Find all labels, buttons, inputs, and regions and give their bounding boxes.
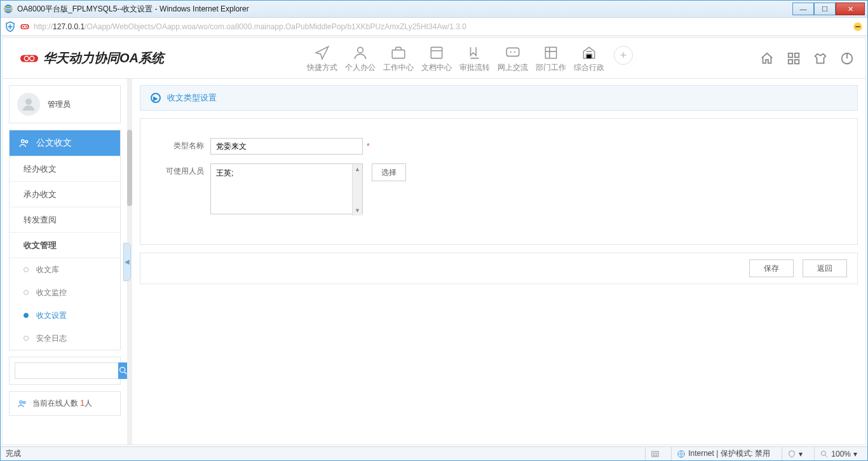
svg-point-10 — [358, 47, 363, 53]
sub-item-settings[interactable]: 收文设置 — [10, 304, 120, 327]
user-name: 管理员 — [48, 99, 71, 110]
svg-point-31 — [822, 451, 826, 455]
status-zoom[interactable]: 100% ▾ — [814, 447, 862, 460]
nav-add-button[interactable]: + — [614, 46, 633, 65]
label-people: 可使用人员 — [147, 163, 210, 177]
status-zone[interactable]: Internet | 保护模式: 禁用 — [671, 447, 775, 460]
nav-docs[interactable]: 文档中心 — [418, 43, 455, 73]
apps-grid-icon[interactable] — [787, 52, 801, 65]
input-type-name[interactable] — [210, 138, 363, 155]
status-popup-icon[interactable] — [645, 447, 665, 460]
select-people-button[interactable]: 选择 — [372, 163, 406, 181]
address-url[interactable]: http://127.0.0.1/OAapp/WebObjects/OAapp.… — [34, 22, 848, 31]
side-item-zhuanfa[interactable]: 转发查阅 — [10, 207, 120, 233]
nav-approval[interactable]: 审批流转 — [456, 43, 493, 73]
app-header: 华天动力协同OA系统 快捷方式 个人办公 工作中心 文档中心 审批流转 网上交流… — [3, 38, 865, 79]
sidebar-search — [9, 357, 121, 385]
window-title: OA8000平台版_FPLMYSQL5--收文设置 - Windows Inte… — [17, 4, 249, 15]
brand-logo: 华天动力协同OA系统 — [20, 50, 164, 67]
splitter: ◀ — [123, 79, 132, 444]
row-type: 类型名称 * — [147, 138, 838, 155]
side-item-jingban[interactable]: 经办收文 — [10, 156, 120, 182]
power-icon[interactable] — [840, 52, 854, 65]
close-button[interactable]: ✕ — [836, 3, 865, 15]
arrow-circle-icon: ▶ — [151, 93, 161, 103]
top-nav: 快捷方式 个人办公 工作中心 文档中心 审批流转 网上交流 部门工作 综合行政 … — [304, 43, 633, 73]
side-nav-header[interactable]: 公文收文 — [10, 130, 120, 156]
search-input[interactable] — [15, 362, 118, 379]
svg-rect-17 — [789, 53, 792, 57]
sub-item-lib[interactable]: 收文库 — [10, 258, 120, 281]
form-panel: 类型名称 * 可使用人员 王英; ▲ ▼ — [140, 118, 858, 245]
side-nav: 公文收文 经办收文 承办收文 转发查阅 收文管理 收文库 收文监控 收文设置 安… — [9, 130, 121, 350]
shirt-icon[interactable] — [813, 52, 827, 65]
address-bar: http://127.0.0.1/OAapp/WebObjects/OAapp.… — [1, 17, 867, 36]
app-body: 管理员 公文收文 经办收文 承办收文 转发查阅 收文管理 收文库 收文监控 收 — [3, 79, 865, 444]
nav-department[interactable]: 部门工作 — [532, 43, 569, 73]
nav-work[interactable]: 工作中心 — [380, 43, 417, 73]
nav-personal[interactable]: 个人办公 — [342, 43, 379, 73]
svg-point-23 — [22, 140, 25, 143]
status-bar: 完成 Internet | 保护模式: 禁用 ▾ 100% ▾ — [1, 446, 867, 460]
titlebar: OA8000平台版_FPLMYSQL5--收文设置 - Windows Inte… — [1, 1, 867, 17]
panel-title-text: 收文类型设置 — [167, 92, 217, 104]
zoom-icon — [820, 450, 829, 458]
brand-mark-icon — [20, 53, 38, 64]
side-item-manage[interactable]: 收文管理 — [10, 233, 120, 258]
side-item-chengban[interactable]: 承办收文 — [10, 182, 120, 207]
svg-rect-12 — [431, 47, 442, 58]
sidebar-scroll-thumb[interactable] — [127, 130, 132, 206]
svg-point-26 — [20, 401, 22, 403]
textarea-people[interactable]: 王英; — [210, 163, 363, 214]
collapse-handle[interactable]: ◀ — [123, 243, 131, 281]
svg-point-22 — [25, 99, 32, 105]
people-icon — [18, 137, 30, 149]
user-card: 管理员 — [9, 85, 121, 123]
scroll-down-icon[interactable]: ▼ — [353, 205, 362, 216]
panel-title-bar: ▶ 收文类型设置 — [140, 85, 858, 111]
textarea-scrollbar[interactable]: ▲ ▼ — [352, 164, 362, 216]
svg-rect-29 — [653, 453, 657, 456]
svg-rect-20 — [795, 59, 799, 63]
avatar — [17, 93, 40, 116]
nav-chat[interactable]: 网上交流 — [494, 43, 531, 73]
svg-point-15 — [514, 52, 515, 53]
svg-point-24 — [25, 141, 28, 143]
globe-icon — [677, 450, 686, 458]
scroll-up-icon[interactable]: ▲ — [353, 164, 362, 174]
svg-rect-11 — [392, 50, 405, 58]
window-frame: OA8000平台版_FPLMYSQL5--收文设置 - Windows Inte… — [0, 0, 868, 461]
maximize-button[interactable]: ☐ — [814, 3, 836, 15]
svg-rect-18 — [795, 53, 799, 57]
svg-point-14 — [510, 52, 512, 53]
users-icon — [17, 399, 27, 409]
sidebar: 管理员 公文收文 经办收文 承办收文 转发查阅 收文管理 收文库 收文监控 收 — [3, 79, 123, 444]
nav-admin[interactable]: 综合行政 — [571, 43, 607, 73]
compat-view-icon[interactable] — [852, 21, 864, 32]
home-icon[interactable] — [760, 52, 774, 65]
required-mark: * — [367, 142, 370, 151]
svg-point-27 — [24, 401, 25, 403]
site-favicon — [20, 22, 30, 32]
svg-rect-19 — [789, 59, 792, 63]
app-area: 华天动力协同OA系统 快捷方式 个人办公 工作中心 文档中心 审批流转 网上交流… — [2, 38, 866, 445]
svg-rect-13 — [506, 48, 519, 56]
online-count: 当前在线人数 1人 — [9, 391, 121, 416]
sub-item-log[interactable]: 安全日志 — [10, 327, 120, 350]
status-protect-dropdown[interactable]: ▾ — [782, 447, 808, 460]
minimize-button[interactable]: — — [792, 3, 814, 15]
ie-icon — [3, 4, 13, 14]
sub-item-monitor[interactable]: 收文监控 — [10, 281, 120, 304]
header-right — [760, 52, 854, 65]
back-button[interactable]: 返回 — [803, 259, 847, 277]
label-type: 类型名称 — [147, 138, 210, 151]
nav-quick[interactable]: 快捷方式 — [304, 43, 341, 73]
svg-rect-16 — [545, 47, 556, 58]
main-content: ▶ 收文类型设置 类型名称 * 可使用人员 王英; ▲ — [132, 79, 865, 444]
save-button[interactable]: 保存 — [749, 259, 794, 277]
svg-rect-6 — [855, 26, 860, 27]
row-people: 可使用人员 王英; ▲ ▼ 选择 — [147, 163, 838, 216]
action-panel: 保存 返回 — [140, 252, 858, 284]
window-buttons: — ☐ ✕ — [792, 3, 865, 15]
security-shield-icon[interactable] — [4, 21, 16, 32]
